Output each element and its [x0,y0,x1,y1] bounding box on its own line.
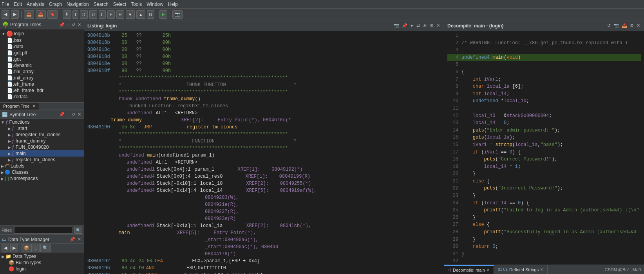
symbol-namespaces-group[interactable]: ▶ { } Namespaces [0,175,84,182]
italic-button[interactable]: I [72,10,78,19]
symbol-deregister[interactable]: ▶ ƒ deregister_tm_clones [0,132,84,138]
symbol-main[interactable]: ▶ ƒ main [0,150,84,157]
menu-analysis[interactable]: Analysis [27,2,44,7]
dtm-archive-btn[interactable]: 📦 [22,244,32,252]
dtm-filter-btn[interactable]: 🔍 [40,244,51,252]
separator-2 [60,11,60,18]
menu-navigation[interactable]: Navigation [67,2,89,7]
listing-title: Listing: login [87,23,117,29]
decompile-export-btn[interactable]: 📤 [621,23,628,29]
dtm-nav-back-btn[interactable]: ◀ [2,244,9,252]
listing-cursor-btn[interactable]: ➤ [409,23,414,29]
filter-input[interactable] [14,227,73,234]
dtm-builtin[interactable]: 📦 BuiltInTypes [1,260,83,266]
tree-item-fini-array[interactable]: 📄 .fini_array [1,68,83,75]
decompile-settings-btn[interactable]: ⚙ [629,23,635,29]
tab-defined-strings[interactable]: 01 01 Defined Strings ✕ [494,265,548,274]
separator-4 [170,11,170,18]
decompile-close-btn[interactable]: ✕ [636,23,641,29]
menu-file[interactable]: File [2,2,9,7]
program-tree-tab[interactable]: Program Tree ✕ [0,103,39,110]
symbol-tree-add-btn[interactable]: + [66,112,70,117]
program-tree-refresh-btn[interactable]: ↺ [71,22,76,28]
decompile-refresh-btn[interactable]: ↺ [606,23,611,29]
format-button[interactable]: F [107,10,115,19]
program-tree-pin-btn[interactable]: 📌 [58,22,65,28]
arrow-up2-button[interactable]: ▲ [136,10,145,19]
menu-help[interactable]: Help [168,2,178,7]
menu-edit[interactable]: Edit [14,2,22,7]
list-button[interactable]: L [99,10,106,19]
ref-button[interactable]: R [116,10,124,19]
tree-item-got-plt[interactable]: 📄 .got.plt [1,50,83,56]
decompile-snapshot-btn[interactable]: 📷 [613,23,620,29]
program-tree-close-btn[interactable]: ✕ [77,22,82,28]
tree-item-got[interactable]: 📄 .got [1,56,83,62]
tree-label-eh-frame: .eh_frame [13,81,34,87]
start-func-icon: ƒ [12,126,14,131]
tree-item-rodata[interactable]: 📄 .rodata [1,94,83,100]
menu-search[interactable]: Search [94,2,109,7]
symbol-tree-pin-btn[interactable]: 📌 [58,112,65,117]
file-icon-got-plt: 📄 [7,50,13,56]
tree-item-eh-frame-hdr[interactable]: 📄 .eh_frame_hdr [1,87,83,94]
down-arrow-button[interactable]: ⬇ [63,10,71,19]
import-button[interactable]: 📥 [24,10,34,19]
dtm-pin-btn[interactable]: 📌 [69,236,76,242]
filter-search-btn[interactable]: 🔍 [74,227,82,234]
arrow-down2-button[interactable]: ▼ [126,10,135,19]
listing-pin-btn[interactable]: 📌 [401,23,408,29]
nav-back-button[interactable]: ◀ [2,10,9,19]
symbol-tree-close-btn[interactable]: ✕ [77,112,82,117]
symbol-functions-group[interactable]: ▼ ƒ Functions [0,119,84,125]
tree-item-data[interactable]: 📄 .data [1,43,83,50]
listing-sync-btn[interactable]: ⇄ [416,23,421,29]
run-button[interactable]: ▶ [159,10,167,19]
dtm-nav-forward-btn[interactable]: ▶ [10,244,18,252]
underline-button[interactable]: U [89,10,97,19]
program-tree-tab-close[interactable]: ✕ [32,104,36,108]
tree-item-dynamic[interactable]: 📄 .dynamic [1,62,83,68]
listing-snapshot-btn[interactable]: 📷 [393,23,400,29]
bookmark-button[interactable]: 🔖 [47,10,58,19]
listing-line: 0804918b 25 ?? 25h [87,32,441,39]
tree-item-eh-frame[interactable]: 📄 .eh_frame [1,81,83,87]
dtm-sort-btn[interactable]: ↕ [33,244,40,252]
symbol-start[interactable]: ▶ ƒ _start [0,125,84,132]
symbol-fun-08049020[interactable]: ▶ ƒ FUN_08049020 [0,144,84,150]
code-line-7: 7 int iVar1; [447,76,641,83]
symbol-labels-group[interactable]: ▶ 🏷 Labels [0,163,84,169]
debug-button[interactable]: D [80,10,88,19]
menu-graph[interactable]: Graph [49,2,62,7]
export-button[interactable]: 📤 [36,10,46,19]
bold-button[interactable]: B [147,10,154,19]
code-line-26: 26 } [447,214,641,222]
symbol-classes-group[interactable]: ▶ 🔵 Classes [0,169,84,175]
menu-tools[interactable]: Tools [131,2,142,7]
dtm-login[interactable]: 🔴 login [1,266,83,272]
tab-strings-close[interactable]: ✕ [540,267,543,272]
tree-item-init-array[interactable]: 📄 .init_array [1,75,83,81]
tree-item-bss[interactable]: 📄 .bss [1,37,83,43]
dtm-close-btn[interactable]: ✕ [77,236,82,242]
tab-decompile-close[interactable]: ✕ [487,268,490,272]
program-tree-add-btn[interactable]: + [66,22,70,28]
listing-view-btn[interactable]: 👁 [422,23,428,29]
nav-forward-button[interactable]: ▶ [11,10,19,19]
listing-content[interactable]: 0804918b 25 ?? 25h 0804918b 00 ?? 00h 08… [84,31,444,274]
menu-window[interactable]: Window [147,2,163,7]
dtm-data-types[interactable]: ▶ 📁 Data Types [1,253,83,260]
symbol-frame-dummy[interactable]: ▶ ƒ frame_dummy [0,138,84,144]
listing-settings-btn[interactable]: ⚙ [429,23,434,29]
menu-select[interactable]: Select [113,2,126,7]
tab-decompile-main[interactable]: ⟨⟩ Decompile: main ✕ [444,265,494,274]
program-tree-header: 🌳 Program Trees 📌 + ↺ ✕ [0,20,84,29]
tree-root-login[interactable]: ▼ 🔴 login [1,30,83,37]
left-panel: 🌳 Program Trees 📌 + ↺ ✕ ▼ 🔴 login 📄 [0,20,84,274]
functions-expand-arrow: ▼ [1,120,5,124]
code-line-2: 2 /* WARNING: Function: __x86.get_pc_thu… [447,40,641,47]
symbol-register-tm[interactable]: ▶ ƒ register_tm_clones [0,157,84,163]
screenshot-button[interactable]: 📷 [172,10,183,19]
symbol-tree-refresh-btn[interactable]: ↺ [71,112,76,117]
listing-close-btn[interactable]: ✕ [436,23,441,29]
